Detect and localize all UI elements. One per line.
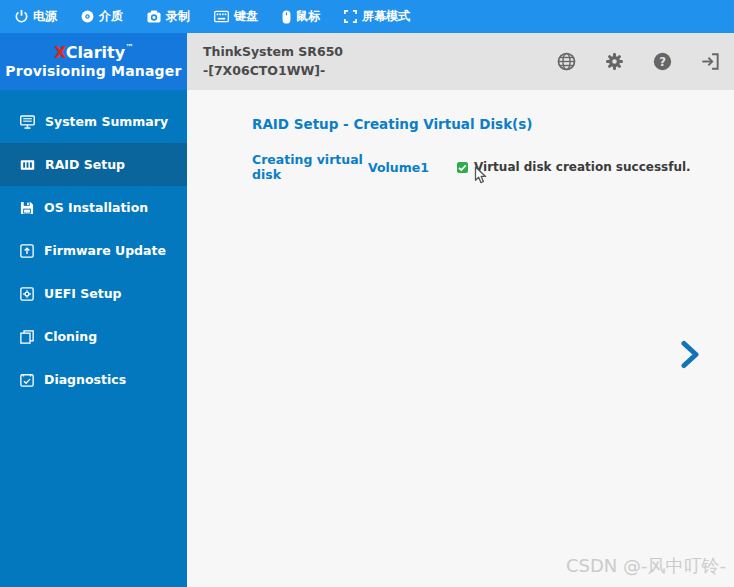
sidebar-item-label: UEFI Setup: [44, 286, 122, 301]
sidebar-item-system-summary[interactable]: System Summary: [0, 100, 187, 143]
task-row: Creating virtual disk Volume1 Virtual di…: [252, 152, 691, 182]
media-button[interactable]: 介质: [81, 8, 123, 25]
power-icon: [15, 10, 28, 23]
brand-name: XClarity™: [54, 43, 133, 63]
uefi-setup-icon: [20, 287, 34, 301]
sidebar-item-os-installation[interactable]: OS Installation: [0, 186, 187, 229]
svg-text:?: ?: [659, 55, 666, 69]
success-check-icon: [456, 161, 469, 174]
firmware-update-icon: [20, 244, 34, 258]
volume-name: Volume1: [368, 160, 456, 175]
system-summary-icon: [20, 115, 35, 129]
sidebar-item-cloning[interactable]: Cloning: [0, 315, 187, 358]
record-label: 录制: [166, 8, 190, 25]
help-icon[interactable]: ?: [653, 52, 672, 71]
page-title: RAID Setup - Creating Virtual Disk(s): [252, 116, 533, 132]
record-button[interactable]: 录制: [147, 8, 190, 25]
nav-sidebar: System Summary RAID Setup OS Installatio…: [0, 90, 187, 587]
system-serial: -[7X06CTO1WW]-: [203, 62, 343, 81]
sidebar-item-uefi-setup[interactable]: UEFI Setup: [0, 272, 187, 315]
mouse-icon: [282, 10, 291, 24]
system-identity: ThinkSystem SR650 -[7X06CTO1WW]-: [187, 43, 343, 81]
keyboard-button[interactable]: 键盘: [214, 8, 258, 25]
watermark: CSDN @-风中叮铃-: [566, 554, 726, 578]
fullscreen-icon: [344, 10, 357, 23]
camera-icon: [147, 10, 161, 23]
system-model: ThinkSystem SR650: [203, 43, 343, 62]
cloning-icon: [20, 330, 34, 344]
sidebar-item-label: Firmware Update: [44, 243, 166, 258]
mouse-label: 鼠标: [296, 8, 320, 25]
settings-gear-icon[interactable]: [605, 52, 624, 71]
sidebar-item-label: System Summary: [45, 114, 168, 129]
sidebar-item-label: Diagnostics: [44, 372, 126, 387]
power-button[interactable]: 电源: [15, 8, 57, 25]
task-label: Creating virtual disk: [252, 152, 368, 182]
brand-trademark: ™: [125, 43, 133, 52]
sidebar-item-diagnostics[interactable]: Diagnostics: [0, 358, 187, 401]
main-content: RAID Setup - Creating Virtual Disk(s) Cr…: [187, 90, 734, 587]
sidebar-item-raid-setup[interactable]: RAID Setup: [0, 143, 187, 186]
disc-icon: [81, 10, 94, 23]
screen-mode-button[interactable]: 屏幕模式: [344, 8, 410, 25]
mouse-button[interactable]: 鼠标: [282, 8, 320, 25]
raid-setup-icon: [20, 158, 35, 172]
keyboard-icon: [214, 10, 229, 23]
sidebar-item-label: OS Installation: [44, 200, 148, 215]
exit-icon[interactable]: [701, 52, 720, 71]
sidebar-item-label: Cloning: [44, 329, 97, 344]
next-page-button[interactable]: [680, 340, 701, 373]
header-actions: ?: [557, 52, 734, 71]
brand-subtitle: Provisioning Manager: [5, 63, 181, 81]
status-message: Virtual disk creation successful.: [474, 160, 691, 174]
screen-mode-label: 屏幕模式: [362, 8, 410, 25]
system-header: ThinkSystem SR650 -[7X06CTO1WW]- ?: [187, 33, 734, 90]
xclarity-logo: XClarity™ Provisioning Manager: [0, 33, 187, 90]
sidebar-item-label: RAID Setup: [45, 157, 125, 172]
brand-clarity: Clarity: [66, 43, 125, 62]
os-installation-icon: [20, 201, 34, 215]
remote-console-toolbar: 电源 介质 录制 键盘 鼠标 屏幕模式: [0, 0, 734, 33]
power-label: 电源: [33, 8, 57, 25]
diagnostics-icon: [20, 373, 34, 387]
language-globe-icon[interactable]: [557, 52, 576, 71]
brand-x: X: [54, 43, 66, 62]
keyboard-label: 键盘: [234, 8, 258, 25]
sidebar-item-firmware-update[interactable]: Firmware Update: [0, 229, 187, 272]
media-label: 介质: [99, 8, 123, 25]
